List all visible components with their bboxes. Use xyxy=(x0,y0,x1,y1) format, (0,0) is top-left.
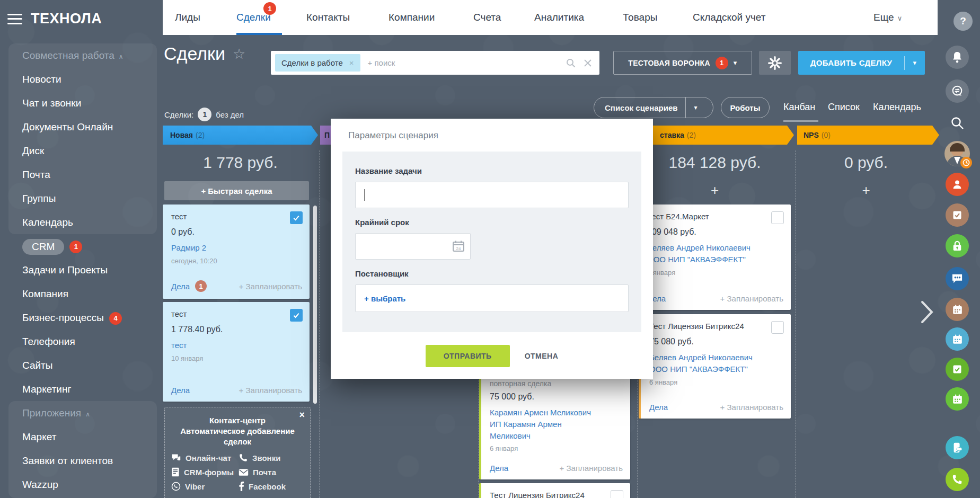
deal-card[interactable]: тест 1 778.40 руб. тест 10 января Дела +… xyxy=(163,302,310,402)
deal-title[interactable]: тест xyxy=(171,309,277,318)
deal-client-link[interactable]: Беляев Андрей Николаевич xyxy=(647,242,782,254)
chevron-down-icon[interactable]: ▾ xyxy=(686,104,706,111)
tab-leads[interactable]: Лиды xyxy=(175,0,200,35)
scenario-list-button[interactable]: Список сценариев ▾ xyxy=(594,97,713,118)
deal-client-link[interactable]: Беляев Андрей Николаевич xyxy=(649,352,782,363)
schedule-link[interactable]: + Запланировать xyxy=(560,464,623,473)
mobile-app-button[interactable] xyxy=(946,436,969,459)
notifications-button[interactable] xyxy=(946,46,969,69)
tab-more[interactable]: Еще∨ xyxy=(873,0,902,35)
sidebar-section-collaboration[interactable]: Совместная работа∧ xyxy=(0,43,163,67)
stage-header-delivery[interactable]: ставка(2) xyxy=(639,126,794,145)
filter-chip[interactable]: Сделки в работе × xyxy=(275,54,360,72)
deals-link[interactable]: Дела1 xyxy=(171,280,207,292)
sidebar-item-wazzup[interactable]: Wazzup xyxy=(0,473,163,496)
choose-link[interactable]: + выбрать xyxy=(364,294,405,303)
deal-title[interactable]: тест xyxy=(171,212,277,221)
assigner-picker[interactable]: + выбрать xyxy=(355,284,629,312)
menu-toggle-icon[interactable] xyxy=(7,14,22,24)
sidebar-item-calendar[interactable]: Календарь xyxy=(0,210,163,234)
tasks-button[interactable] xyxy=(946,203,969,227)
deal-checkbox[interactable] xyxy=(771,321,784,334)
tab-analytics[interactable]: Аналитика xyxy=(534,0,584,35)
security-button[interactable] xyxy=(946,234,969,257)
schedule-link[interactable]: + Запланировать xyxy=(720,294,783,303)
sidebar-item-chat-calls[interactable]: Чат и звонки xyxy=(0,91,163,115)
tab-warehouse[interactable]: Складской учет xyxy=(693,0,766,35)
schedule-link[interactable]: + Запланировать xyxy=(720,403,783,412)
stage-header-new[interactable]: Новая(2) xyxy=(163,126,318,145)
add-card-button[interactable]: + xyxy=(797,182,935,199)
deal-card[interactable]: Тест Б24.Маркет 109 048 руб. Беляев Андр… xyxy=(639,204,791,310)
schedule-link[interactable]: + Запланировать xyxy=(239,386,302,395)
sidebar-item-telephony[interactable]: Телефония xyxy=(0,330,163,353)
search-icon[interactable] xyxy=(566,58,576,68)
view-tab-calendar[interactable]: Календарь xyxy=(873,102,921,113)
sidebar-item-groups[interactable]: Группы xyxy=(0,186,163,210)
tab-products[interactable]: Товары xyxy=(623,0,657,35)
channel-calls[interactable]: Звонки xyxy=(239,453,304,463)
channel-viber[interactable]: Viber xyxy=(171,482,236,491)
deal-card-highlighted[interactable]: повторная сделка 75 000 руб. Карамян Арм… xyxy=(479,371,630,479)
sidebar-item-company[interactable]: Компания xyxy=(0,282,163,306)
deal-title[interactable]: Тест Б24.Маркет xyxy=(647,212,753,221)
sidebar-section-applications[interactable]: Приложения∧ xyxy=(0,401,163,425)
deal-checkbox[interactable] xyxy=(290,309,303,322)
deal-company-link[interactable]: ООО НИП "АКВАЭФФЕКТ" xyxy=(649,363,782,375)
sidebar-item-tasks-projects[interactable]: Задачи и Проекты xyxy=(0,258,163,282)
sidebar-item-business-processes[interactable]: Бизнес-процессы4 xyxy=(0,306,163,330)
submit-button[interactable]: ОТПРАВИТЬ xyxy=(426,345,510,367)
deal-title[interactable]: Тест Лицензия Битрикс24 xyxy=(649,322,755,331)
deal-client-link[interactable]: тест xyxy=(171,340,301,351)
column-scrollbar[interactable] xyxy=(313,206,317,404)
chip-close-icon[interactable]: × xyxy=(349,58,354,67)
robots-button[interactable]: Роботы xyxy=(721,97,770,118)
tab-companies[interactable]: Компании xyxy=(389,0,435,35)
messenger-button[interactable] xyxy=(946,79,969,103)
cancel-button[interactable]: ОТМЕНА xyxy=(525,352,559,360)
deal-card[interactable]: Тест Лицензия Битрикс24 75 080 руб. Беля… xyxy=(639,314,791,419)
sidebar-item-client-requests[interactable]: Заявки от клиентов xyxy=(0,449,163,473)
deals-link[interactable]: Дела xyxy=(171,386,190,395)
search-button[interactable] xyxy=(946,111,969,135)
deals-link[interactable]: Дела xyxy=(649,403,668,412)
settings-button[interactable] xyxy=(759,51,791,75)
deal-card[interactable]: тест 0 руб. Радмир 2 сегодня, 10:20 Дела… xyxy=(163,204,310,299)
channel-facebook[interactable]: Facebook xyxy=(239,482,304,491)
employees-button[interactable] xyxy=(946,173,969,196)
sidebar-item-documents-online[interactable]: Документы Онлайн xyxy=(0,115,163,139)
calendar-button-3[interactable] xyxy=(946,387,969,411)
view-tab-list[interactable]: Список xyxy=(828,102,860,113)
sidebar-item-news[interactable]: Новости xyxy=(0,67,163,91)
deadline-input[interactable]: 24 xyxy=(355,233,471,260)
sidebar-item-sites[interactable]: Сайты xyxy=(0,353,163,377)
deal-company-link[interactable]: ООО НИП "АКВАЭФФЕКТ" xyxy=(647,254,782,265)
deal-checkbox[interactable] xyxy=(611,490,623,498)
view-tab-kanban[interactable]: Канбан xyxy=(783,102,815,113)
deal-client-link[interactable]: Радмир 2 xyxy=(171,242,301,254)
sidebar-item-disk[interactable]: Диск xyxy=(0,139,163,163)
channel-online-chat[interactable]: Онлайн-чат xyxy=(171,453,236,463)
deal-checkbox[interactable] xyxy=(290,211,303,224)
tab-contacts[interactable]: Контакты xyxy=(306,0,350,35)
sidebar-item-marketing[interactable]: Маркетинг xyxy=(0,377,163,401)
deal-title[interactable]: Тест Лицензия Битрикс24 xyxy=(490,491,596,498)
sidebar-item-crm[interactable]: CRM1 xyxy=(0,234,163,258)
add-deal-button[interactable]: ДОБАВИТЬ СДЕЛКУ ▾ xyxy=(798,51,925,75)
favorite-star-icon[interactable]: ☆ xyxy=(233,46,245,63)
calendar-button-2[interactable] xyxy=(946,327,969,351)
channel-crm-forms[interactable]: CRM-формы xyxy=(171,467,236,477)
chevron-down-icon[interactable]: ▾ xyxy=(905,59,925,67)
add-card-button[interactable]: + xyxy=(639,182,791,199)
deal-client-link[interactable]: Карамян Армен Меликович xyxy=(490,407,622,419)
stage-header-nps[interactable]: NPS(0) xyxy=(797,126,939,145)
check-task-button[interactable] xyxy=(946,358,969,381)
search-bar[interactable]: Сделки в работе × + поиск xyxy=(271,51,599,75)
telephony-button[interactable] xyxy=(946,468,969,491)
channel-mail[interactable]: Почта xyxy=(239,467,304,477)
funnel-selector-button[interactable]: ТЕСТОВАЯ ВОРОНКА 1 ▾ xyxy=(613,51,752,75)
schedule-link[interactable]: + Запланировать xyxy=(239,282,302,291)
deal-card[interactable]: Тест Лицензия Битрикс24 xyxy=(479,483,630,498)
search-clear-icon[interactable] xyxy=(584,59,592,67)
deals-link[interactable]: Дела xyxy=(490,464,508,473)
